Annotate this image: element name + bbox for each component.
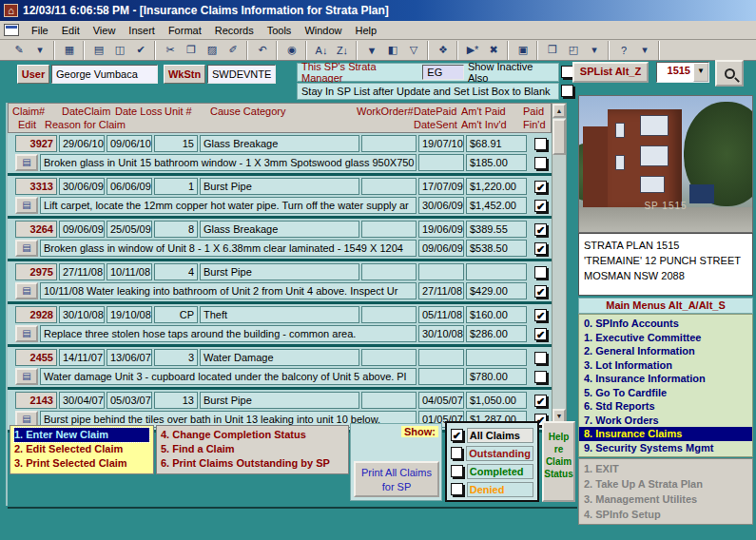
paid-checkbox[interactable] bbox=[534, 266, 547, 279]
claim-record[interactable]: 297527/11/0810/11/084Burst Pipe▤10/11/08… bbox=[8, 261, 552, 304]
utility-menu-item[interactable]: 3. Management Utilites bbox=[579, 492, 752, 507]
paid-checkbox[interactable]: ✔ bbox=[534, 223, 547, 236]
field-reason[interactable]: Broken glass in window of Unit 8 - 1 X 6… bbox=[40, 240, 417, 257]
find-binoculars-icon[interactable]: ❖ bbox=[433, 41, 454, 59]
print-icon[interactable]: ▤ bbox=[88, 41, 109, 59]
edit-claim-button[interactable]: ▤ bbox=[15, 325, 38, 342]
field-amt-paid[interactable]: $389.55 bbox=[466, 221, 527, 238]
finished-checkbox[interactable]: ✔ bbox=[534, 328, 547, 340]
field-date-claim[interactable]: 14/11/07 bbox=[59, 349, 105, 366]
field-unit[interactable]: 13 bbox=[154, 392, 198, 409]
wkstn-field[interactable]: SWDEVNTE bbox=[207, 65, 276, 84]
field-amt-invd[interactable]: $538.50 bbox=[466, 240, 527, 257]
field-work-order[interactable] bbox=[361, 221, 417, 238]
user-field[interactable]: George Vumbaca bbox=[51, 65, 158, 84]
sp-number-combo[interactable]: 1515 ▼ bbox=[656, 62, 709, 83]
field-work-order[interactable] bbox=[361, 263, 417, 280]
search-button[interactable] bbox=[715, 60, 744, 87]
edit-claim-button[interactable]: ▤ bbox=[15, 368, 38, 385]
command-5[interactable]: 5. Find a Claim bbox=[161, 442, 344, 456]
field-date-claim[interactable]: 30/06/09 bbox=[59, 178, 105, 195]
field-work-order[interactable] bbox=[361, 349, 417, 366]
claim-record[interactable]: 392729/06/1009/06/1015Glass Breakage19/0… bbox=[8, 133, 552, 176]
main-menu-item[interactable]: 0. SPInfo Accounts bbox=[579, 317, 752, 331]
paid-checkbox[interactable]: ✔ bbox=[534, 395, 547, 407]
field-date-paid[interactable]: 19/07/10 bbox=[418, 135, 464, 152]
command-3[interactable]: 3. Print Selected Claim bbox=[14, 456, 149, 471]
command-2[interactable]: 2. Edit Selected Claim bbox=[14, 442, 149, 456]
menu-edit[interactable]: Edit bbox=[55, 23, 87, 38]
claim-record[interactable]: 245514/11/0713/06/073Water Damage▤Water … bbox=[8, 347, 552, 390]
menu-format[interactable]: Format bbox=[162, 23, 208, 38]
help-icon[interactable]: ? bbox=[613, 41, 634, 59]
field-date-loss[interactable]: 06/06/09 bbox=[107, 178, 152, 195]
menu-insert[interactable]: Insert bbox=[122, 23, 162, 38]
field-unit[interactable]: CP bbox=[154, 306, 198, 323]
properties-icon[interactable]: ▣ bbox=[513, 41, 533, 59]
claim-record[interactable]: 292830/10/0819/10/08CPTheft05/11/08$160.… bbox=[8, 304, 552, 347]
field-claim[interactable]: 2928 bbox=[15, 306, 57, 323]
field-work-order[interactable] bbox=[361, 306, 417, 323]
claim-record[interactable]: 331330/06/0906/06/091Burst Pipe17/07/09$… bbox=[8, 176, 552, 219]
main-menu-item[interactable]: 4. Insurance Information bbox=[579, 372, 752, 386]
field-date-paid[interactable] bbox=[418, 263, 464, 280]
filter-checkbox-outstanding[interactable] bbox=[451, 447, 462, 459]
field-reason[interactable]: Replace three stolen hose taps around th… bbox=[40, 325, 417, 342]
field-amt-paid[interactable]: $1,220.00 bbox=[466, 178, 527, 195]
field-claim[interactable]: 2455 bbox=[15, 349, 57, 366]
filter-lightning-icon[interactable]: ▼ bbox=[361, 41, 382, 59]
main-menu-item[interactable]: 2. General Information bbox=[579, 344, 752, 358]
field-date-sent[interactable] bbox=[418, 154, 464, 171]
utility-menu-item[interactable]: 2. Take Up A Strata Plan bbox=[579, 476, 752, 492]
field-cause[interactable]: Burst Pipe bbox=[200, 178, 359, 195]
scrollbar-thumb[interactable] bbox=[552, 119, 566, 155]
claim-record[interactable]: 326409/06/0925/05/098Glass Breakage19/06… bbox=[8, 219, 552, 261]
field-date-sent[interactable]: 09/06/09 bbox=[418, 240, 464, 257]
delete-record-icon[interactable]: ✖ bbox=[483, 41, 504, 59]
field-date-claim[interactable]: 29/06/10 bbox=[59, 135, 105, 152]
main-menu-item[interactable]: 1. Executive Committee bbox=[579, 331, 752, 345]
field-amt-invd[interactable]: $429.00 bbox=[466, 282, 527, 299]
field-date-claim[interactable]: 27/11/08 bbox=[59, 263, 105, 280]
menu-records[interactable]: Records bbox=[208, 23, 261, 38]
finished-checkbox[interactable] bbox=[534, 371, 547, 383]
help-claim-status-button[interactable]: HelpreClaimStatus bbox=[542, 421, 575, 502]
new-layout-icon[interactable]: ◰ bbox=[563, 41, 584, 59]
field-unit[interactable]: 3 bbox=[154, 349, 198, 366]
utility-menu-item[interactable]: 4. SPInfo Setup bbox=[579, 507, 752, 522]
undo-icon[interactable]: ↶ bbox=[252, 41, 273, 59]
print-all-claims-button[interactable]: Print All Claims for SP bbox=[354, 461, 439, 497]
multi-window-icon[interactable]: ❒ bbox=[542, 41, 563, 59]
field-date-claim[interactable]: 30/10/08 bbox=[59, 306, 105, 323]
chevron-down-icon[interactable]: ▼ bbox=[693, 63, 708, 82]
field-claim[interactable]: 3927 bbox=[15, 135, 57, 152]
main-menu-item[interactable]: 5. Go To Cardfile bbox=[579, 386, 752, 400]
field-date-loss[interactable]: 25/05/09 bbox=[107, 221, 152, 238]
edit-claim-button[interactable]: ▤ bbox=[15, 240, 38, 257]
filter-checkbox-completed[interactable] bbox=[451, 465, 463, 477]
field-unit[interactable]: 1 bbox=[154, 178, 198, 195]
field-reason[interactable]: 10/11/08 Water leaking into bathroom of … bbox=[40, 282, 417, 299]
utility-menu-item[interactable]: 1. EXIT bbox=[579, 461, 752, 476]
field-amt-paid[interactable]: $68.91 bbox=[466, 135, 527, 152]
field-date-claim[interactable]: 09/06/09 bbox=[59, 221, 105, 238]
format-painter-icon[interactable]: ✐ bbox=[223, 41, 243, 59]
field-claim[interactable]: 3313 bbox=[15, 178, 57, 195]
save-icon[interactable]: ▦ bbox=[59, 41, 80, 59]
field-amt-paid[interactable] bbox=[466, 349, 527, 366]
field-date-sent[interactable] bbox=[418, 368, 464, 385]
field-date-sent[interactable]: 30/10/08 bbox=[418, 325, 464, 342]
field-amt-invd[interactable]: $780.00 bbox=[466, 368, 527, 385]
layout-mode-icon[interactable]: ✎ bbox=[9, 41, 29, 59]
field-date-loss[interactable]: 09/06/10 bbox=[107, 135, 152, 152]
menu-help[interactable]: Help bbox=[349, 23, 384, 38]
edit-claim-button[interactable]: ▤ bbox=[15, 282, 38, 299]
field-date-sent[interactable]: 30/06/09 bbox=[418, 197, 464, 214]
field-work-order[interactable] bbox=[361, 178, 417, 195]
spell-check-icon[interactable]: ✔ bbox=[130, 41, 151, 59]
field-amt-paid[interactable] bbox=[466, 263, 527, 280]
paid-checkbox[interactable]: ✔ bbox=[534, 309, 547, 321]
field-cause[interactable]: Burst Pipe bbox=[200, 263, 359, 280]
field-reason[interactable]: Broken glass in Unit 15 bathroom window … bbox=[40, 154, 417, 171]
field-reason[interactable]: Water damage Unit 3 - cupboard located u… bbox=[40, 368, 417, 385]
